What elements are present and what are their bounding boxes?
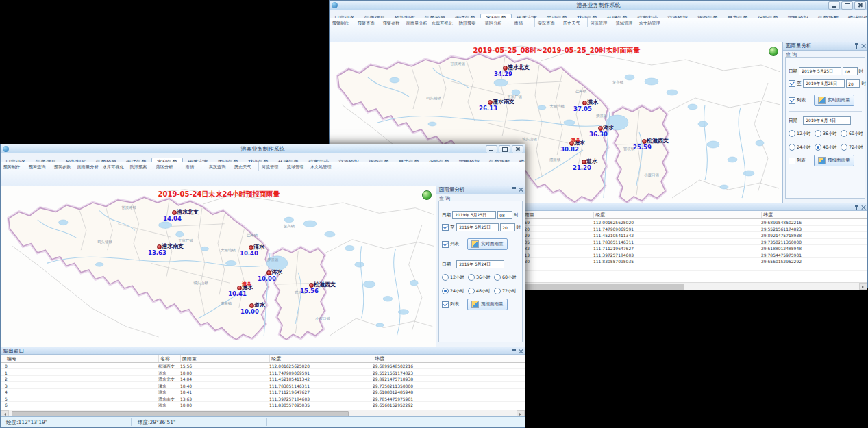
maximize-button[interactable] xyxy=(841,1,853,10)
station-dot-icon[interactable] xyxy=(582,101,587,105)
forecast-rainfall-button[interactable]: 预报面雨量 xyxy=(814,155,854,166)
forecast-date-select[interactable]: 2019年 6月 4日 xyxy=(803,116,851,125)
toolbar-button[interactable]: 水库可视化 xyxy=(431,18,453,27)
close-icon[interactable] xyxy=(519,349,523,354)
toolbar-button[interactable]: 落区分析 xyxy=(482,18,504,27)
table-header-cell[interactable]: 经度 xyxy=(593,212,605,218)
table-row[interactable]: 2 澧水北支 14.04 111.452105411342 29.8921475… xyxy=(1,376,525,383)
toolbar-button[interactable]: 流域管理 xyxy=(613,18,635,27)
toolbar-button[interactable]: 面雨量分析 xyxy=(406,18,427,27)
close-icon[interactable] xyxy=(861,43,866,49)
table-row[interactable]: 4 澹水 10.41 111.711219647627 29.618801248… xyxy=(1,389,525,396)
toolbar-button[interactable]: 防汛预案 xyxy=(127,162,149,171)
toolbar-button[interactable]: 河流管理 xyxy=(258,162,281,171)
station-dot-icon[interactable] xyxy=(237,286,242,290)
table-header-cell[interactable]: 名称 xyxy=(158,355,170,362)
duration-radio[interactable]: 36小时 xyxy=(815,130,841,137)
toolbar-button[interactable]: 流域管理 xyxy=(284,162,306,171)
duration-radio[interactable]: 24小时 xyxy=(789,144,815,151)
list-checkbox[interactable] xyxy=(442,241,449,248)
station-dot-icon[interactable] xyxy=(642,139,647,144)
realtime-rainfall-button[interactable]: 实时面雨量 xyxy=(467,238,508,250)
locate-button[interactable] xyxy=(769,47,778,56)
toolbar-button[interactable]: 实况查询 xyxy=(534,18,557,27)
toolbar-button[interactable]: 水文站管理 xyxy=(310,162,332,171)
duration-radio[interactable]: 48小时 xyxy=(468,288,494,294)
start-hour-select[interactable]: 08 xyxy=(843,67,858,75)
forecast-rainfall-button[interactable]: 预报面雨量 xyxy=(467,299,508,310)
table-row[interactable]: 1 道水 10.00 111.747909069591 29.552156117… xyxy=(1,370,525,377)
scroll-right-button[interactable] xyxy=(859,283,867,290)
toolbar-button[interactable]: 水文站管理 xyxy=(638,18,660,27)
maximize-button[interactable] xyxy=(499,145,510,153)
station-dot-icon[interactable] xyxy=(249,303,254,308)
list-checkbox[interactable] xyxy=(789,97,795,104)
duration-radio[interactable]: 48小时 xyxy=(815,144,841,151)
station-dot-icon[interactable] xyxy=(157,244,162,249)
duration-radio[interactable]: 12小时 xyxy=(789,130,815,137)
list-checkbox[interactable] xyxy=(442,301,449,308)
minimize-button[interactable] xyxy=(486,145,497,153)
toolbar-button[interactable]: 落区分析 xyxy=(153,162,175,171)
end-hour-select[interactable]: 20 xyxy=(500,223,515,231)
pin-icon[interactable] xyxy=(512,349,517,354)
pin-icon[interactable] xyxy=(512,187,517,192)
list-checkbox[interactable] xyxy=(789,158,795,164)
station-dot-icon[interactable] xyxy=(582,160,586,164)
table-row[interactable]: 3 渫水 10.40 111.783051146311 29.735021135… xyxy=(1,383,525,390)
end-date-select[interactable]: 2019年 5月25日 xyxy=(803,79,845,88)
station-dot-icon[interactable] xyxy=(249,245,253,250)
station-dot-icon[interactable] xyxy=(172,210,177,215)
toolbar-button[interactable]: 预警制作 xyxy=(1,162,23,171)
end-date-select[interactable]: 2019年 5月25日 xyxy=(456,223,499,231)
toolbar-button[interactable]: 雨情 xyxy=(508,18,530,27)
duration-radio[interactable]: 36小时 xyxy=(468,274,494,281)
toolbar-button[interactable]: 雨情 xyxy=(179,162,201,171)
toolbar-button[interactable]: 面雨量分析 xyxy=(77,162,99,171)
toolbar-button[interactable]: 实况查询 xyxy=(206,162,228,171)
close-icon[interactable] xyxy=(519,187,523,192)
end-hour-select[interactable]: 20 xyxy=(846,79,860,88)
table-header-cell[interactable]: 编号 xyxy=(5,355,16,362)
station-dot-icon[interactable] xyxy=(266,270,271,275)
toolbar-button[interactable]: 水库可视化 xyxy=(102,162,124,171)
minimize-button[interactable] xyxy=(828,1,840,10)
table-header-cell[interactable]: 经度 xyxy=(269,355,281,362)
start-hour-select[interactable]: 08 xyxy=(497,211,512,219)
station-dot-icon[interactable] xyxy=(488,100,493,105)
realtime-rainfall-button[interactable]: 实时面雨量 xyxy=(814,95,854,106)
toolbar-button[interactable]: 河流管理 xyxy=(587,18,610,27)
toolbar-button[interactable]: 预警查询 xyxy=(26,162,48,171)
duration-radio[interactable]: 72小时 xyxy=(841,144,867,151)
forecast-date-select[interactable]: 2019年 5月24日 xyxy=(456,260,504,268)
duration-radio[interactable]: 24小时 xyxy=(442,288,468,294)
table-header-cell[interactable]: 纬度 xyxy=(373,355,384,362)
table-row[interactable]: 5 澧水南支 13.63 111.397257184603 29.7854475… xyxy=(1,396,525,403)
toolbar-button[interactable]: 预警查询 xyxy=(355,18,377,27)
start-date-select[interactable]: 2019年 5月25日 xyxy=(799,67,841,75)
close-button[interactable] xyxy=(854,1,866,10)
table-header-cell[interactable]: 纬度 xyxy=(761,212,773,218)
close-icon[interactable] xyxy=(861,205,866,210)
start-date-select[interactable]: 2019年 5月25日 xyxy=(452,211,496,219)
title-bar[interactable]: 澧县业务制作系统 xyxy=(330,1,867,10)
toolbar-button[interactable]: 历史天气 xyxy=(232,162,253,171)
duration-radio[interactable]: 60小时 xyxy=(841,130,867,137)
to-checkbox[interactable] xyxy=(789,80,795,87)
table-row[interactable]: 6 涔水 10.00 111.830557095035 29.656015295… xyxy=(1,402,525,409)
duration-radio[interactable]: 60小时 xyxy=(494,274,520,281)
pin-icon[interactable] xyxy=(854,43,859,49)
to-checkbox[interactable] xyxy=(442,224,449,231)
table-header-cell[interactable]: 面雨量 xyxy=(180,355,197,362)
station-dot-icon[interactable] xyxy=(503,66,508,71)
pin-icon[interactable] xyxy=(854,205,859,210)
locate-button[interactable] xyxy=(422,190,432,200)
toolbar-button[interactable]: 预警制作 xyxy=(330,18,351,27)
close-button[interactable] xyxy=(512,145,523,153)
toolbar-button[interactable]: 预警参数 xyxy=(380,18,402,27)
map-canvas[interactable]: 2019-05-24日未来24小时预报面雨量 甘溪滩镇码头铺镇王家厂镇大堰垱镇盐… xyxy=(1,186,438,347)
toolbar-button[interactable]: 预警参数 xyxy=(51,162,73,171)
title-bar[interactable]: 澧县业务制作系统 xyxy=(1,144,525,154)
table-row[interactable]: 0 松滋西支 15.56 112.001625625020 29.6899548… xyxy=(1,363,525,370)
duration-radio[interactable]: 12小时 xyxy=(442,274,468,281)
